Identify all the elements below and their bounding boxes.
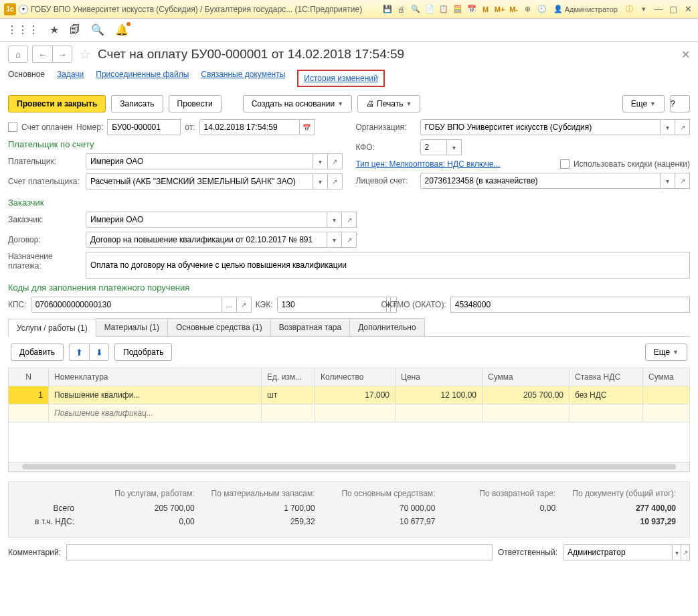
maximize-button[interactable]: ▢ (667, 3, 679, 15)
table-row[interactable]: 1 Повышение квалифи... шт 17,000 12 100,… (9, 386, 690, 404)
customer-section-title: Заказчик (8, 198, 690, 208)
org-input[interactable] (420, 119, 661, 135)
system-menu-icon[interactable]: ▾ (19, 5, 28, 14)
open-icon[interactable]: ↗ (328, 153, 343, 169)
search-icon[interactable]: 🔍 (91, 23, 104, 36)
bell-icon[interactable]: 🔔 (115, 23, 128, 36)
open-icon[interactable]: ↗ (342, 212, 357, 228)
tool-paste-icon[interactable]: 📋 (438, 3, 450, 15)
nav-tasks[interactable]: Задачи (57, 70, 84, 87)
logo-1c-icon: 1c (4, 3, 16, 15)
personal-acc-input[interactable] (420, 173, 661, 189)
print-button[interactable]: 🖨Печать▼ (357, 95, 420, 112)
fav-star-icon[interactable]: ☆ (79, 46, 91, 62)
nav-fwd-button[interactable]: → (52, 46, 72, 63)
star-icon[interactable]: ★ (50, 23, 59, 36)
tab-returnable[interactable]: Возвратная тара (270, 318, 351, 336)
tool-calendar-icon[interactable]: 📅 (466, 3, 478, 15)
more-button[interactable]: Еще▼ (622, 95, 665, 112)
nav-files[interactable]: Присоединенные файлы (96, 70, 189, 87)
tab-assets[interactable]: Основные средства (1) (167, 318, 271, 336)
table-more-button[interactable]: Еще▼ (645, 343, 687, 361)
contract-input[interactable] (86, 232, 327, 248)
tool-calc-icon[interactable]: 🧮 (452, 3, 464, 15)
ellipsis-icon[interactable]: … (222, 297, 237, 313)
nav-history[interactable]: История изменений (297, 70, 384, 87)
tab-materials[interactable]: Материалы (1) (96, 318, 168, 336)
close-window-button[interactable]: ✕ (682, 3, 694, 15)
nav-back-button[interactable]: ← (32, 46, 52, 63)
payer-acc-input[interactable] (86, 173, 313, 189)
tool-save-icon[interactable]: 💾 (381, 3, 394, 15)
dropdown-icon[interactable]: ▾ (327, 232, 342, 248)
calendar-icon[interactable]: 📅 (300, 119, 315, 135)
kps-label: КПС: (8, 300, 27, 309)
tab-extra[interactable]: Дополнительно (349, 318, 424, 336)
clipboard-icon[interactable]: 🗐 (70, 24, 80, 36)
customer-input[interactable] (86, 212, 327, 228)
kek-input[interactable] (277, 297, 387, 313)
discount-checkbox[interactable] (560, 159, 570, 169)
comment-input[interactable] (66, 544, 493, 560)
move-down-button[interactable]: ⬇ (89, 343, 109, 361)
tool-preview-icon[interactable]: 🔍 (410, 3, 422, 15)
tool-mminus-icon[interactable]: M- (508, 3, 520, 15)
oktmo-input[interactable] (450, 297, 690, 313)
price-type-link[interactable]: Тип цен: Мелкооптовая: НДС включе... (356, 159, 501, 169)
purpose-input[interactable] (86, 252, 690, 279)
info-icon[interactable]: ⓘ (623, 3, 635, 15)
open-icon[interactable]: ↗ (342, 232, 357, 248)
dropdown-icon[interactable]: ▾ (638, 3, 650, 15)
post-close-button[interactable]: Провести и закрыть (8, 95, 106, 112)
create-based-button[interactable]: Создать на основании▼ (243, 95, 352, 112)
payer-acc-label: Счет плательщика: (8, 177, 82, 186)
tool-print-icon[interactable]: 🖨 (396, 3, 408, 15)
paid-checkbox[interactable] (8, 123, 17, 132)
window-title: ГОБУ ВПО Университет искусств (Субсидия)… (31, 5, 379, 14)
dropdown-icon[interactable]: ▾ (313, 153, 328, 169)
h-scrollbar[interactable] (8, 463, 690, 472)
tab-services[interactable]: Услуги / работы (1) (8, 319, 96, 337)
tool-m-icon[interactable]: M (480, 3, 492, 15)
dropdown-icon[interactable]: ▾ (661, 173, 675, 189)
tool-history-icon[interactable]: 🕘 (536, 3, 548, 15)
add-row-button[interactable]: Добавить (11, 343, 64, 361)
dropdown-icon[interactable]: ▾ (313, 173, 328, 189)
open-icon[interactable]: ↗ (681, 544, 690, 560)
home-button[interactable]: ⌂ (8, 46, 28, 63)
user-indicator[interactable]: 👤Администратор (551, 5, 620, 13)
open-icon[interactable]: ↗ (328, 173, 343, 189)
responsible-input[interactable] (563, 544, 673, 560)
kfo-input[interactable] (420, 139, 447, 155)
dropdown-icon[interactable]: ▾ (447, 139, 462, 155)
pick-button[interactable]: Подобрать (114, 343, 172, 361)
date-input[interactable] (199, 119, 300, 135)
printer-icon: 🖨 (366, 99, 374, 108)
number-input[interactable] (107, 119, 181, 135)
kps-input[interactable] (31, 297, 222, 313)
tool-copy-icon[interactable]: 📄 (424, 3, 436, 15)
responsible-label: Ответственный: (498, 548, 557, 557)
save-button[interactable]: Записать (111, 95, 163, 112)
close-page-button[interactable]: ✕ (681, 48, 690, 61)
apps-icon[interactable]: ⋮⋮⋮ (7, 23, 39, 36)
open-icon[interactable]: ↗ (237, 297, 252, 313)
discount-label: Использовать скидки (наценки) (574, 159, 690, 169)
dropdown-icon[interactable]: ▾ (327, 212, 342, 228)
tool-mplus-icon[interactable]: M+ (494, 3, 506, 15)
dropdown-icon[interactable]: ▾ (661, 119, 675, 135)
command-bar: Провести и закрыть Записать Провести Соз… (8, 95, 690, 112)
nav-linked[interactable]: Связанные документы (201, 70, 285, 87)
dropdown-icon[interactable]: ▾ (673, 544, 681, 560)
open-icon[interactable]: ↗ (675, 173, 690, 189)
post-button[interactable]: Провести (169, 95, 222, 112)
nav-main[interactable]: Основное (8, 70, 45, 87)
table-empty-row[interactable] (9, 422, 690, 463)
minimize-button[interactable]: — (652, 3, 665, 15)
help-button[interactable]: ? (670, 95, 690, 112)
payer-input[interactable] (86, 153, 313, 169)
tool-zoom-icon[interactable]: ⊕ (522, 3, 534, 15)
open-icon[interactable]: ↗ (675, 119, 690, 135)
move-up-button[interactable]: ⬆ (69, 343, 89, 361)
table-subrow[interactable]: Повышение квалификац... (9, 404, 690, 422)
